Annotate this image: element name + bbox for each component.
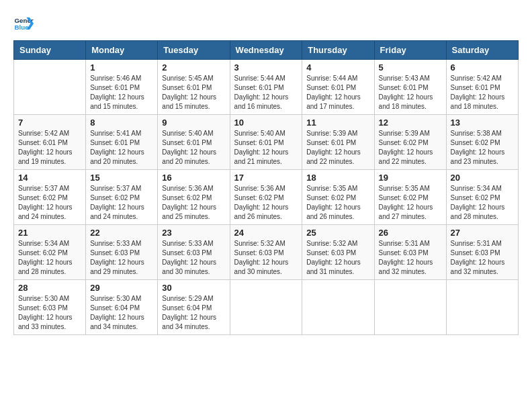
calendar-cell: 7Sunrise: 5:42 AM Sunset: 6:01 PM Daylig… <box>14 115 86 170</box>
day-info: Sunrise: 5:43 AM Sunset: 6:01 PM Dayligh… <box>379 74 442 111</box>
day-number: 21 <box>18 228 81 238</box>
svg-text:Blue: Blue <box>15 24 30 31</box>
calendar-cell: 13Sunrise: 5:38 AM Sunset: 6:02 PM Dayli… <box>446 115 518 170</box>
day-number: 17 <box>234 173 298 183</box>
day-number: 23 <box>162 228 225 238</box>
day-number: 26 <box>379 228 442 238</box>
weekday-header: Sunday <box>14 41 86 60</box>
day-info: Sunrise: 5:36 AM Sunset: 6:02 PM Dayligh… <box>234 184 298 222</box>
calendar-cell: 5Sunrise: 5:43 AM Sunset: 6:01 PM Daylig… <box>374 60 446 115</box>
day-info: Sunrise: 5:39 AM Sunset: 6:01 PM Dayligh… <box>306 129 369 167</box>
day-info: Sunrise: 5:30 AM Sunset: 6:04 PM Dayligh… <box>90 294 153 332</box>
calendar-cell: 2Sunrise: 5:45 AM Sunset: 6:01 PM Daylig… <box>158 60 230 115</box>
calendar-cell: 29Sunrise: 5:30 AM Sunset: 6:04 PM Dayli… <box>86 280 158 335</box>
day-number: 18 <box>306 173 369 183</box>
calendar-cell: 19Sunrise: 5:35 AM Sunset: 6:02 PM Dayli… <box>374 170 446 225</box>
calendar-table: SundayMondayTuesdayWednesdayThursdayFrid… <box>13 40 519 335</box>
calendar-cell <box>230 280 302 335</box>
weekday-header-row: SundayMondayTuesdayWednesdayThursdayFrid… <box>14 41 519 60</box>
day-number: 16 <box>162 173 225 183</box>
calendar-week-row: 14Sunrise: 5:37 AM Sunset: 6:02 PM Dayli… <box>14 170 519 225</box>
weekday-header: Thursday <box>302 41 374 60</box>
calendar-week-row: 28Sunrise: 5:30 AM Sunset: 6:03 PM Dayli… <box>14 280 519 335</box>
day-number: 30 <box>162 283 225 293</box>
day-number: 9 <box>162 118 225 128</box>
weekday-header: Monday <box>86 41 158 60</box>
day-info: Sunrise: 5:39 AM Sunset: 6:02 PM Dayligh… <box>379 129 442 167</box>
day-number: 3 <box>234 62 298 73</box>
calendar-cell: 4Sunrise: 5:44 AM Sunset: 6:01 PM Daylig… <box>302 60 374 115</box>
day-info: Sunrise: 5:41 AM Sunset: 6:01 PM Dayligh… <box>90 129 153 167</box>
day-number: 2 <box>162 62 225 73</box>
calendar-cell: 8Sunrise: 5:41 AM Sunset: 6:01 PM Daylig… <box>86 115 158 170</box>
day-number: 10 <box>234 118 298 128</box>
weekday-header: Friday <box>374 41 446 60</box>
day-number: 14 <box>18 173 81 183</box>
weekday-header: Tuesday <box>158 41 230 60</box>
calendar-cell: 25Sunrise: 5:32 AM Sunset: 6:03 PM Dayli… <box>302 225 374 280</box>
day-number: 6 <box>451 62 514 73</box>
calendar-cell: 1Sunrise: 5:46 AM Sunset: 6:01 PM Daylig… <box>86 60 158 115</box>
calendar-week-row: 21Sunrise: 5:34 AM Sunset: 6:02 PM Dayli… <box>14 225 519 280</box>
calendar-week-row: 7Sunrise: 5:42 AM Sunset: 6:01 PM Daylig… <box>14 115 519 170</box>
calendar-cell: 9Sunrise: 5:40 AM Sunset: 6:01 PM Daylig… <box>158 115 230 170</box>
day-number: 20 <box>451 173 514 183</box>
page-header: General Blue <box>13 13 519 34</box>
calendar-cell: 30Sunrise: 5:29 AM Sunset: 6:04 PM Dayli… <box>158 280 230 335</box>
day-info: Sunrise: 5:37 AM Sunset: 6:02 PM Dayligh… <box>18 184 81 222</box>
day-info: Sunrise: 5:46 AM Sunset: 6:01 PM Dayligh… <box>90 74 153 111</box>
day-number: 24 <box>234 228 298 238</box>
day-number: 29 <box>90 283 153 293</box>
day-number: 5 <box>379 62 442 73</box>
day-number: 12 <box>379 118 442 128</box>
day-info: Sunrise: 5:34 AM Sunset: 6:02 PM Dayligh… <box>451 184 514 222</box>
calendar-cell: 12Sunrise: 5:39 AM Sunset: 6:02 PM Dayli… <box>374 115 446 170</box>
day-number: 25 <box>306 228 369 238</box>
calendar-cell: 23Sunrise: 5:33 AM Sunset: 6:03 PM Dayli… <box>158 225 230 280</box>
day-number: 7 <box>18 118 81 128</box>
day-info: Sunrise: 5:32 AM Sunset: 6:03 PM Dayligh… <box>306 239 369 277</box>
day-number: 13 <box>451 118 514 128</box>
calendar-cell: 28Sunrise: 5:30 AM Sunset: 6:03 PM Dayli… <box>14 280 86 335</box>
day-info: Sunrise: 5:33 AM Sunset: 6:03 PM Dayligh… <box>162 239 225 277</box>
day-info: Sunrise: 5:30 AM Sunset: 6:03 PM Dayligh… <box>18 294 81 332</box>
day-number: 1 <box>90 62 153 73</box>
day-info: Sunrise: 5:42 AM Sunset: 6:01 PM Dayligh… <box>451 74 514 111</box>
day-number: 11 <box>306 118 369 128</box>
day-info: Sunrise: 5:35 AM Sunset: 6:02 PM Dayligh… <box>379 184 442 222</box>
calendar-cell <box>14 60 86 115</box>
calendar-cell: 15Sunrise: 5:37 AM Sunset: 6:02 PM Dayli… <box>86 170 158 225</box>
calendar-week-row: 1Sunrise: 5:46 AM Sunset: 6:01 PM Daylig… <box>14 60 519 115</box>
day-info: Sunrise: 5:44 AM Sunset: 6:01 PM Dayligh… <box>234 74 298 111</box>
calendar-cell: 17Sunrise: 5:36 AM Sunset: 6:02 PM Dayli… <box>230 170 302 225</box>
weekday-header: Saturday <box>446 41 518 60</box>
logo: General Blue <box>13 13 34 34</box>
calendar-cell: 26Sunrise: 5:31 AM Sunset: 6:03 PM Dayli… <box>374 225 446 280</box>
day-number: 27 <box>451 228 514 238</box>
logo-icon: General Blue <box>13 13 34 34</box>
calendar-cell: 27Sunrise: 5:31 AM Sunset: 6:03 PM Dayli… <box>446 225 518 280</box>
day-info: Sunrise: 5:35 AM Sunset: 6:02 PM Dayligh… <box>306 184 369 222</box>
day-info: Sunrise: 5:45 AM Sunset: 6:01 PM Dayligh… <box>162 74 225 111</box>
calendar-cell: 10Sunrise: 5:40 AM Sunset: 6:01 PM Dayli… <box>230 115 302 170</box>
day-info: Sunrise: 5:37 AM Sunset: 6:02 PM Dayligh… <box>90 184 153 222</box>
day-number: 19 <box>379 173 442 183</box>
day-info: Sunrise: 5:31 AM Sunset: 6:03 PM Dayligh… <box>451 239 514 277</box>
day-number: 28 <box>18 283 81 293</box>
day-number: 4 <box>306 62 369 73</box>
calendar-cell <box>302 280 374 335</box>
calendar-cell <box>374 280 446 335</box>
day-info: Sunrise: 5:29 AM Sunset: 6:04 PM Dayligh… <box>162 294 225 332</box>
day-info: Sunrise: 5:33 AM Sunset: 6:03 PM Dayligh… <box>90 239 153 277</box>
day-info: Sunrise: 5:32 AM Sunset: 6:03 PM Dayligh… <box>234 239 298 277</box>
calendar-cell <box>446 280 518 335</box>
calendar-cell: 24Sunrise: 5:32 AM Sunset: 6:03 PM Dayli… <box>230 225 302 280</box>
calendar-cell: 20Sunrise: 5:34 AM Sunset: 6:02 PM Dayli… <box>446 170 518 225</box>
calendar-cell: 14Sunrise: 5:37 AM Sunset: 6:02 PM Dayli… <box>14 170 86 225</box>
weekday-header: Wednesday <box>230 41 302 60</box>
day-info: Sunrise: 5:42 AM Sunset: 6:01 PM Dayligh… <box>18 129 81 167</box>
day-info: Sunrise: 5:40 AM Sunset: 6:01 PM Dayligh… <box>162 129 225 167</box>
day-number: 8 <box>90 118 153 128</box>
calendar-cell: 6Sunrise: 5:42 AM Sunset: 6:01 PM Daylig… <box>446 60 518 115</box>
day-info: Sunrise: 5:34 AM Sunset: 6:02 PM Dayligh… <box>18 239 81 277</box>
